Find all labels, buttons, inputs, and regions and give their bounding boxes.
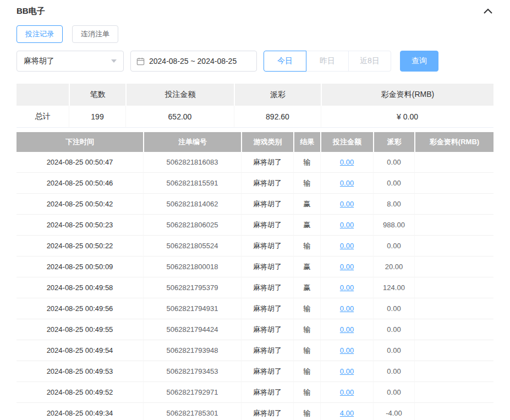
table-row: 2024-08-25 00:50:22 5062821805524 麻将胡了 输… [17,236,493,257]
table-row: 2024-08-25 00:50:46 5062821815591 麻将胡了 输… [17,173,493,194]
tab-cancelled-orders[interactable]: 连消注单 [72,25,118,43]
tab-bar: 投注记录 连消注单 [17,25,493,43]
cell-bet-time: 2024-08-25 00:49:34 [17,403,143,420]
summary-total-row: 总计 199 652.00 892.60 ¥ 0.00 [17,106,493,128]
cell-bonus [414,173,493,194]
header-bet-amount: 投注金额 [320,132,373,152]
table-row: 2024-08-25 00:50:23 5062821806025 麻将胡了 赢… [17,215,493,236]
cell-result: 输 [293,403,320,420]
bet-amount-link[interactable]: 0.00 [340,346,354,354]
bet-amount-link[interactable]: 0.00 [340,388,354,396]
cell-order-number: 5062821815591 [143,173,241,194]
cell-bet-time: 2024-08-25 00:50:22 [17,236,143,257]
cell-bonus [414,403,493,420]
table-row: 2024-08-25 00:49:56 5062821794931 麻将胡了 输… [17,298,493,319]
tab-bet-records[interactable]: 投注记录 [17,25,63,43]
cell-bet-time: 2024-08-25 00:49:58 [17,277,143,298]
cell-result: 输 [293,236,320,257]
cell-bonus [414,277,493,298]
cell-bet-time: 2024-08-25 00:50:46 [17,173,143,194]
search-button[interactable]: 查询 [400,51,438,72]
collapse-button[interactable] [482,7,493,15]
cell-bet-amount: 0.00 [320,298,373,319]
cell-payout: 0.00 [373,382,414,403]
summary-total-bonus: ¥ 0.00 [321,106,493,128]
cell-bet-time: 2024-08-25 00:50:23 [17,215,143,236]
quick-range-group: 今日 昨日 近8日 [264,51,391,72]
cell-result: 输 [293,173,320,194]
summary-header-payout: 派彩 [234,84,321,106]
summary-header-row: 笔数 投注金额 派彩 彩金资料(RMB) [17,84,493,106]
cell-game-type: 麻将胡了 [241,382,293,403]
cell-game-type: 麻将胡了 [241,236,293,257]
cell-bet-amount: 0.00 [320,361,373,382]
cell-bet-time: 2024-08-25 00:50:42 [17,194,143,215]
cell-order-number: 5062821794424 [143,319,241,340]
cell-bet-amount: 0.00 [320,319,373,340]
cell-payout: -4.00 [373,403,414,420]
cell-result: 输 [293,319,320,340]
cell-bet-amount: 0.00 [320,236,373,257]
summary-total-payout: 892.60 [234,106,321,128]
cell-bonus [414,257,493,277]
chevron-up-icon [484,8,492,14]
cell-payout: 0.00 [373,319,414,340]
cell-bonus [414,298,493,319]
summary-total-label: 总计 [17,106,69,128]
table-row: 2024-08-25 00:49:54 5062821793948 麻将胡了 输… [17,340,493,361]
quick-last8days-button[interactable]: 近8日 [348,51,391,72]
cell-result: 输 [293,152,320,173]
bet-amount-link[interactable]: 0.00 [340,221,354,229]
cell-game-type: 麻将胡了 [241,194,293,215]
bet-amount-link[interactable]: 0.00 [340,367,354,375]
cell-order-number: 5062821794931 [143,298,241,319]
bet-amount-link[interactable]: 0.00 [340,242,354,250]
game-select-value: 麻将胡了 [24,56,54,66]
bet-amount-link[interactable]: 0.00 [340,158,354,166]
records-header-row: 下注时间 注单编号 游戏类别 结果 投注金额 派彩 彩金资料(RMB) [17,132,493,152]
quick-yesterday-button[interactable]: 昨日 [306,51,349,72]
caret-down-icon [111,59,117,63]
cell-game-type: 麻将胡了 [241,340,293,361]
cell-bet-amount: 0.00 [320,382,373,403]
bet-amount-link[interactable]: 0.00 [340,325,354,334]
cell-bonus [414,319,493,340]
bet-amount-link[interactable]: 0.00 [340,179,354,187]
cell-game-type: 麻将胡了 [241,361,293,382]
table-row: 2024-08-25 00:50:47 5062821816083 麻将胡了 输… [17,152,493,173]
cell-payout: 988.00 [373,215,414,236]
quick-today-button[interactable]: 今日 [264,51,306,72]
bet-amount-link[interactable]: 0.00 [340,283,354,292]
bet-amount-link[interactable]: 0.00 [340,200,354,208]
cell-payout: 0.00 [373,361,414,382]
cell-result: 输 [293,382,320,403]
cell-bet-time: 2024-08-25 00:49:52 [17,382,143,403]
cell-bet-time: 2024-08-25 00:49:56 [17,298,143,319]
cell-payout: 124.00 [373,277,414,298]
records-table-body: 2024-08-25 00:50:47 5062821816083 麻将胡了 输… [17,152,493,420]
cell-order-number: 5062821793948 [143,340,241,361]
cell-payout: 0.00 [373,298,414,319]
cell-bet-amount: 0.00 [320,277,373,298]
cell-bonus [414,361,493,382]
cell-payout: 0.00 [373,340,414,361]
table-row: 2024-08-25 00:49:55 5062821794424 麻将胡了 输… [17,319,493,340]
game-select[interactable]: 麻将胡了 [17,51,124,72]
cell-bonus [414,152,493,173]
cell-order-number: 5062821792971 [143,382,241,403]
summary-total-count: 199 [69,106,125,128]
bet-amount-link[interactable]: 0.00 [340,304,354,313]
summary-total-bet-amount: 652.00 [125,106,234,128]
cell-bet-amount: 0.00 [320,340,373,361]
bet-amount-link[interactable]: 4.00 [340,409,354,417]
summary-header-blank [17,84,69,106]
summary-table: 笔数 投注金额 派彩 彩金资料(RMB) 总计 199 652.00 892.6… [17,84,493,128]
cell-bet-time: 2024-08-25 00:49:55 [17,319,143,340]
bet-amount-link[interactable]: 0.00 [340,263,354,271]
cell-order-number: 5062821785301 [143,403,241,420]
table-row: 2024-08-25 00:49:52 5062821792971 麻将胡了 输… [17,382,493,403]
date-range-input[interactable]: 2024-08-25 ~ 2024-08-25 [130,51,257,72]
cell-bet-time: 2024-08-25 00:49:53 [17,361,143,382]
cell-game-type: 麻将胡了 [241,173,293,194]
cell-bet-time: 2024-08-25 00:50:09 [17,257,143,277]
